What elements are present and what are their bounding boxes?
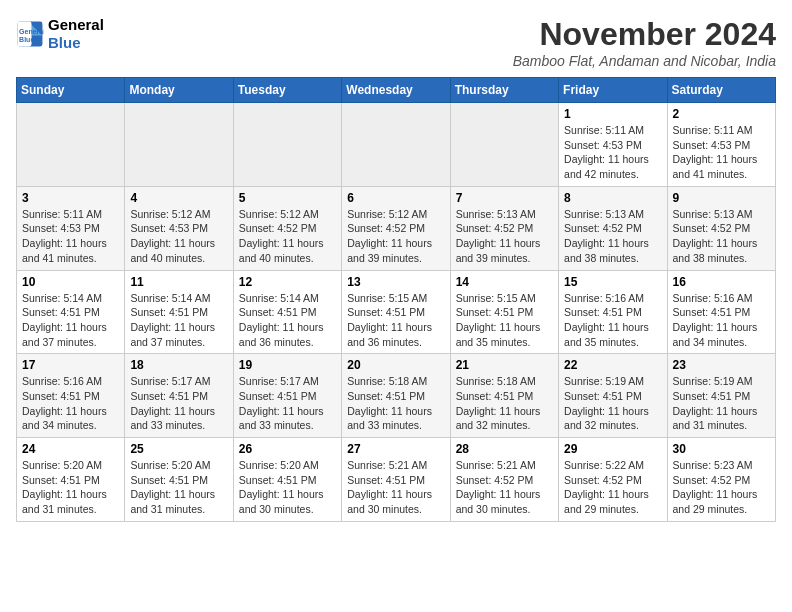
day-number: 1 xyxy=(564,107,661,121)
calendar-cell: 16Sunrise: 5:16 AM Sunset: 4:51 PM Dayli… xyxy=(667,270,775,354)
day-number: 20 xyxy=(347,358,444,372)
day-number: 5 xyxy=(239,191,336,205)
calendar-cell: 7Sunrise: 5:13 AM Sunset: 4:52 PM Daylig… xyxy=(450,186,558,270)
day-number: 3 xyxy=(22,191,119,205)
day-number: 23 xyxy=(673,358,770,372)
calendar-cell xyxy=(342,103,450,187)
svg-text:Blue: Blue xyxy=(19,36,34,43)
day-info: Sunrise: 5:17 AM Sunset: 4:51 PM Dayligh… xyxy=(239,374,336,433)
day-number: 21 xyxy=(456,358,553,372)
weekday-header-thursday: Thursday xyxy=(450,78,558,103)
calendar-cell: 12Sunrise: 5:14 AM Sunset: 4:51 PM Dayli… xyxy=(233,270,341,354)
logo-icon: General Blue xyxy=(16,20,44,48)
calendar-cell: 28Sunrise: 5:21 AM Sunset: 4:52 PM Dayli… xyxy=(450,438,558,522)
calendar-cell xyxy=(450,103,558,187)
calendar-cell: 30Sunrise: 5:23 AM Sunset: 4:52 PM Dayli… xyxy=(667,438,775,522)
calendar-cell: 29Sunrise: 5:22 AM Sunset: 4:52 PM Dayli… xyxy=(559,438,667,522)
calendar-cell: 4Sunrise: 5:12 AM Sunset: 4:53 PM Daylig… xyxy=(125,186,233,270)
calendar-cell: 27Sunrise: 5:21 AM Sunset: 4:51 PM Dayli… xyxy=(342,438,450,522)
calendar-cell xyxy=(17,103,125,187)
weekday-header-saturday: Saturday xyxy=(667,78,775,103)
calendar-table: SundayMondayTuesdayWednesdayThursdayFrid… xyxy=(16,77,776,522)
day-info: Sunrise: 5:17 AM Sunset: 4:51 PM Dayligh… xyxy=(130,374,227,433)
calendar-cell: 22Sunrise: 5:19 AM Sunset: 4:51 PM Dayli… xyxy=(559,354,667,438)
day-number: 28 xyxy=(456,442,553,456)
day-number: 22 xyxy=(564,358,661,372)
location-subtitle: Bamboo Flat, Andaman and Nicobar, India xyxy=(513,53,776,69)
day-number: 16 xyxy=(673,275,770,289)
day-number: 19 xyxy=(239,358,336,372)
day-info: Sunrise: 5:12 AM Sunset: 4:52 PM Dayligh… xyxy=(347,207,444,266)
day-info: Sunrise: 5:20 AM Sunset: 4:51 PM Dayligh… xyxy=(22,458,119,517)
day-number: 8 xyxy=(564,191,661,205)
day-info: Sunrise: 5:11 AM Sunset: 4:53 PM Dayligh… xyxy=(673,123,770,182)
day-number: 14 xyxy=(456,275,553,289)
day-info: Sunrise: 5:13 AM Sunset: 4:52 PM Dayligh… xyxy=(456,207,553,266)
title-area: November 2024 Bamboo Flat, Andaman and N… xyxy=(513,16,776,69)
day-info: Sunrise: 5:22 AM Sunset: 4:52 PM Dayligh… xyxy=(564,458,661,517)
calendar-cell: 11Sunrise: 5:14 AM Sunset: 4:51 PM Dayli… xyxy=(125,270,233,354)
day-info: Sunrise: 5:18 AM Sunset: 4:51 PM Dayligh… xyxy=(347,374,444,433)
day-number: 2 xyxy=(673,107,770,121)
calendar-cell: 8Sunrise: 5:13 AM Sunset: 4:52 PM Daylig… xyxy=(559,186,667,270)
calendar-cell xyxy=(233,103,341,187)
month-title: November 2024 xyxy=(513,16,776,53)
day-number: 12 xyxy=(239,275,336,289)
calendar-cell: 23Sunrise: 5:19 AM Sunset: 4:51 PM Dayli… xyxy=(667,354,775,438)
day-number: 25 xyxy=(130,442,227,456)
weekday-header-monday: Monday xyxy=(125,78,233,103)
day-number: 17 xyxy=(22,358,119,372)
day-number: 11 xyxy=(130,275,227,289)
svg-text:General: General xyxy=(19,28,44,35)
day-number: 13 xyxy=(347,275,444,289)
calendar-cell: 1Sunrise: 5:11 AM Sunset: 4:53 PM Daylig… xyxy=(559,103,667,187)
day-info: Sunrise: 5:14 AM Sunset: 4:51 PM Dayligh… xyxy=(239,291,336,350)
day-info: Sunrise: 5:20 AM Sunset: 4:51 PM Dayligh… xyxy=(239,458,336,517)
day-number: 6 xyxy=(347,191,444,205)
day-info: Sunrise: 5:11 AM Sunset: 4:53 PM Dayligh… xyxy=(22,207,119,266)
day-number: 27 xyxy=(347,442,444,456)
day-info: Sunrise: 5:13 AM Sunset: 4:52 PM Dayligh… xyxy=(673,207,770,266)
calendar-cell: 26Sunrise: 5:20 AM Sunset: 4:51 PM Dayli… xyxy=(233,438,341,522)
day-number: 10 xyxy=(22,275,119,289)
day-info: Sunrise: 5:16 AM Sunset: 4:51 PM Dayligh… xyxy=(673,291,770,350)
day-number: 18 xyxy=(130,358,227,372)
day-info: Sunrise: 5:18 AM Sunset: 4:51 PM Dayligh… xyxy=(456,374,553,433)
day-info: Sunrise: 5:21 AM Sunset: 4:51 PM Dayligh… xyxy=(347,458,444,517)
calendar-cell: 3Sunrise: 5:11 AM Sunset: 4:53 PM Daylig… xyxy=(17,186,125,270)
weekday-header-tuesday: Tuesday xyxy=(233,78,341,103)
day-number: 29 xyxy=(564,442,661,456)
calendar-cell: 2Sunrise: 5:11 AM Sunset: 4:53 PM Daylig… xyxy=(667,103,775,187)
logo: General Blue General Blue xyxy=(16,16,104,52)
calendar-cell: 14Sunrise: 5:15 AM Sunset: 4:51 PM Dayli… xyxy=(450,270,558,354)
day-info: Sunrise: 5:15 AM Sunset: 4:51 PM Dayligh… xyxy=(456,291,553,350)
calendar-cell: 19Sunrise: 5:17 AM Sunset: 4:51 PM Dayli… xyxy=(233,354,341,438)
calendar-cell: 13Sunrise: 5:15 AM Sunset: 4:51 PM Dayli… xyxy=(342,270,450,354)
calendar-cell: 25Sunrise: 5:20 AM Sunset: 4:51 PM Dayli… xyxy=(125,438,233,522)
day-number: 7 xyxy=(456,191,553,205)
day-info: Sunrise: 5:16 AM Sunset: 4:51 PM Dayligh… xyxy=(564,291,661,350)
day-info: Sunrise: 5:12 AM Sunset: 4:52 PM Dayligh… xyxy=(239,207,336,266)
day-number: 26 xyxy=(239,442,336,456)
calendar-cell: 24Sunrise: 5:20 AM Sunset: 4:51 PM Dayli… xyxy=(17,438,125,522)
day-number: 4 xyxy=(130,191,227,205)
day-info: Sunrise: 5:19 AM Sunset: 4:51 PM Dayligh… xyxy=(564,374,661,433)
day-info: Sunrise: 5:19 AM Sunset: 4:51 PM Dayligh… xyxy=(673,374,770,433)
day-info: Sunrise: 5:12 AM Sunset: 4:53 PM Dayligh… xyxy=(130,207,227,266)
day-info: Sunrise: 5:14 AM Sunset: 4:51 PM Dayligh… xyxy=(130,291,227,350)
day-info: Sunrise: 5:11 AM Sunset: 4:53 PM Dayligh… xyxy=(564,123,661,182)
day-info: Sunrise: 5:21 AM Sunset: 4:52 PM Dayligh… xyxy=(456,458,553,517)
day-info: Sunrise: 5:14 AM Sunset: 4:51 PM Dayligh… xyxy=(22,291,119,350)
calendar-cell: 17Sunrise: 5:16 AM Sunset: 4:51 PM Dayli… xyxy=(17,354,125,438)
calendar-cell: 9Sunrise: 5:13 AM Sunset: 4:52 PM Daylig… xyxy=(667,186,775,270)
calendar-cell: 6Sunrise: 5:12 AM Sunset: 4:52 PM Daylig… xyxy=(342,186,450,270)
day-info: Sunrise: 5:23 AM Sunset: 4:52 PM Dayligh… xyxy=(673,458,770,517)
day-number: 30 xyxy=(673,442,770,456)
weekday-header-friday: Friday xyxy=(559,78,667,103)
day-number: 9 xyxy=(673,191,770,205)
day-info: Sunrise: 5:16 AM Sunset: 4:51 PM Dayligh… xyxy=(22,374,119,433)
day-number: 15 xyxy=(564,275,661,289)
weekday-header-wednesday: Wednesday xyxy=(342,78,450,103)
day-info: Sunrise: 5:20 AM Sunset: 4:51 PM Dayligh… xyxy=(130,458,227,517)
day-number: 24 xyxy=(22,442,119,456)
